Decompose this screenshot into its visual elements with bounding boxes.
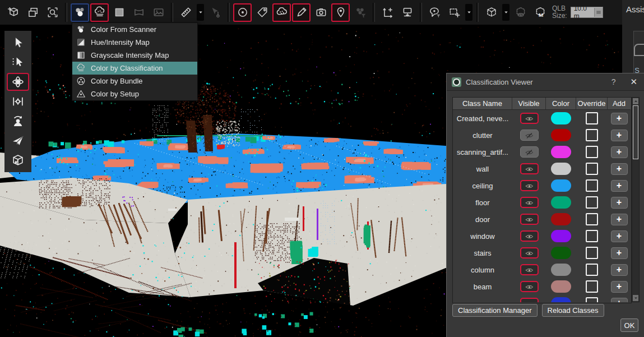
- class-color-swatch[interactable]: [551, 213, 571, 225]
- eye-icon[interactable]: [520, 281, 539, 292]
- orbit-constrained-icon[interactable]: [7, 93, 29, 110]
- class-color-swatch[interactable]: [551, 179, 571, 192]
- classify-cloud-button[interactable]: [272, 3, 291, 22]
- override-checkbox[interactable]: [586, 264, 598, 276]
- orbit-icon[interactable]: [7, 73, 29, 91]
- override-checkbox[interactable]: [586, 163, 598, 175]
- region-options-dropdown[interactable]: [465, 4, 472, 21]
- override-checkbox[interactable]: [586, 112, 598, 124]
- override-checkbox[interactable]: [586, 297, 598, 302]
- override-checkbox[interactable]: [586, 179, 598, 192]
- reload-classes-button[interactable]: Reload Classes: [542, 304, 604, 317]
- column-header-class-name[interactable]: Class Name: [453, 98, 512, 110]
- menu-item-color-by-classification[interactable]: Color by Classification: [72, 62, 197, 75]
- add-class-button[interactable]: +: [611, 264, 628, 276]
- class-color-swatch[interactable]: [551, 112, 571, 124]
- region-select-button[interactable]: [445, 3, 464, 22]
- add-class-button[interactable]: +: [611, 247, 628, 259]
- cursor-temperature-button[interactable]: [206, 3, 224, 22]
- override-checkbox[interactable]: [586, 213, 598, 225]
- class-color-swatch[interactable]: [551, 196, 571, 209]
- import-project-icon[interactable]: [4, 3, 22, 22]
- bundle-filter-button[interactable]: [351, 3, 369, 22]
- panorama-view-button[interactable]: [129, 3, 148, 22]
- eye-icon[interactable]: [520, 298, 539, 302]
- select-cursor-icon[interactable]: [7, 34, 29, 52]
- column-header-color[interactable]: Color: [546, 98, 576, 110]
- menu-item-color-from-scanner[interactable]: Color From Scanner: [72, 23, 197, 36]
- snapshot-camera-button[interactable]: [312, 3, 330, 22]
- eye-icon[interactable]: [520, 230, 539, 242]
- flat-color-button[interactable]: [110, 3, 128, 22]
- qlb-size-spinner[interactable]: [594, 8, 603, 17]
- class-color-swatch[interactable]: [551, 163, 571, 175]
- add-class-button[interactable]: +: [611, 298, 628, 303]
- qlb-cube-visibility-button[interactable]: [511, 3, 530, 22]
- qlb-cube-m-button[interactable]: M: [531, 3, 549, 22]
- eye-icon[interactable]: [520, 163, 539, 174]
- eye-off-icon[interactable]: [520, 130, 539, 141]
- measure-ruler-button[interactable]: [177, 3, 195, 22]
- select-points-icon[interactable]: [7, 53, 29, 71]
- eye-icon[interactable]: [520, 197, 539, 208]
- override-checkbox[interactable]: [586, 280, 598, 293]
- class-color-swatch[interactable]: [551, 146, 571, 158]
- coordinate-axes-add-button[interactable]: [378, 3, 397, 22]
- marker-filter-button[interactable]: [425, 3, 444, 22]
- column-header-override[interactable]: Override: [576, 98, 608, 110]
- arrange-windows-icon[interactable]: [24, 3, 42, 22]
- qlb-cube-dropdown[interactable]: [502, 4, 509, 21]
- override-checkbox[interactable]: [586, 146, 598, 158]
- draw-pen-button[interactable]: [292, 3, 311, 22]
- class-color-swatch[interactable]: [551, 280, 571, 293]
- location-pin-button[interactable]: [331, 3, 350, 22]
- class-color-swatch[interactable]: [551, 264, 571, 276]
- menu-item-color-by-setup[interactable]: Color by Setup: [72, 87, 197, 100]
- column-header-add[interactable]: Add: [608, 98, 631, 110]
- examine-box-icon[interactable]: [7, 151, 29, 169]
- color-from-scanner-button[interactable]: [71, 3, 89, 22]
- eye-icon[interactable]: [520, 113, 539, 124]
- add-class-button[interactable]: +: [611, 214, 628, 225]
- menu-item-grayscale-intensity-map[interactable]: Grayscale Intensity Map: [72, 49, 197, 62]
- scroll-down-icon[interactable]: [633, 295, 638, 301]
- help-button[interactable]: ?: [611, 77, 616, 86]
- look-around-icon[interactable]: [7, 112, 29, 130]
- menu-item-hue-intensity-map[interactable]: Hue/Intensity Map: [72, 36, 197, 49]
- scrollbar-thumb[interactable]: [633, 105, 638, 159]
- add-class-button[interactable]: +: [611, 130, 628, 141]
- class-color-swatch[interactable]: [551, 129, 571, 141]
- point-cloud-color-button[interactable]: [90, 3, 109, 22]
- table-scrollbar[interactable]: [632, 97, 640, 302]
- add-class-button[interactable]: +: [611, 197, 628, 209]
- class-color-swatch[interactable]: [551, 230, 571, 242]
- override-checkbox[interactable]: [586, 247, 598, 259]
- eye-icon[interactable]: [520, 180, 539, 191]
- qlb-size-value-box[interactable]: 10.0 m: [571, 7, 603, 18]
- add-class-button[interactable]: +: [611, 146, 628, 158]
- override-checkbox[interactable]: [586, 196, 598, 209]
- limit-box-button[interactable]: [233, 3, 252, 22]
- eye-icon[interactable]: [520, 264, 539, 275]
- override-checkbox[interactable]: [586, 230, 598, 242]
- menu-item-color-by-bundle[interactable]: Color by Bundle: [72, 75, 197, 87]
- close-icon[interactable]: ✕: [630, 77, 637, 87]
- image-view-button[interactable]: [149, 3, 168, 22]
- add-class-button[interactable]: +: [611, 230, 628, 242]
- qlb-cube-button[interactable]: [482, 3, 501, 22]
- class-color-swatch[interactable]: [551, 247, 571, 259]
- tag-annotation-button[interactable]: [253, 3, 271, 22]
- eye-icon[interactable]: [520, 214, 539, 225]
- classification-viewer-titlebar[interactable]: Classification Viewer ? ✕: [447, 73, 644, 91]
- class-color-swatch[interactable]: [551, 297, 571, 302]
- zoom-to-selection-icon[interactable]: [43, 3, 62, 22]
- column-header-visible[interactable]: Visible: [512, 98, 546, 110]
- add-class-button[interactable]: +: [611, 113, 628, 124]
- eye-off-icon[interactable]: [520, 146, 539, 158]
- scroll-up-icon[interactable]: [633, 98, 638, 104]
- fly-icon[interactable]: [7, 132, 29, 150]
- classification-manager-button[interactable]: Classification Manager: [452, 304, 538, 317]
- add-class-button[interactable]: +: [611, 163, 628, 175]
- ok-button[interactable]: OK: [620, 318, 638, 332]
- eye-icon[interactable]: [520, 247, 539, 258]
